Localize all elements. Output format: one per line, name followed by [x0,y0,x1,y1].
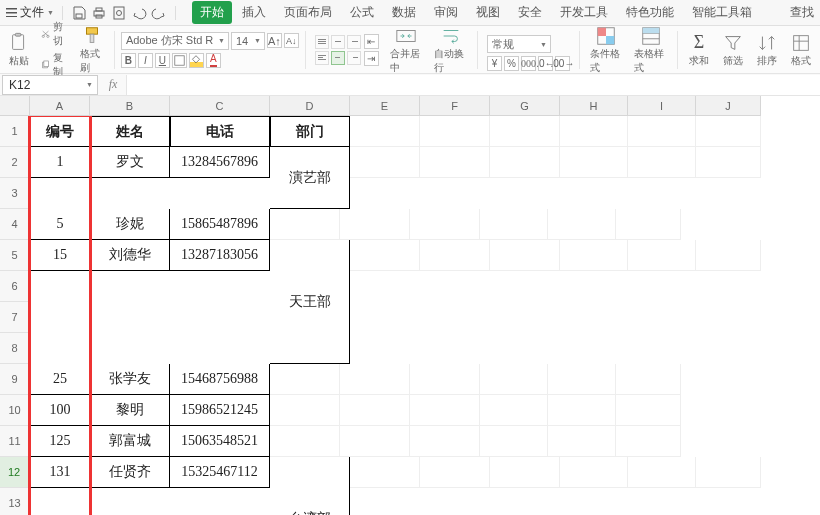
cell[interactable] [616,395,681,426]
border-button[interactable] [172,53,187,68]
cell[interactable] [350,240,420,271]
cell[interactable] [410,426,480,457]
paste-button[interactable]: 粘贴 [4,30,34,70]
ribbon-tab[interactable]: 安全 [510,1,550,24]
cell[interactable] [420,147,490,178]
align-center[interactable] [331,51,345,65]
cell[interactable]: 15468756988 [170,364,270,395]
cell[interactable] [490,147,560,178]
save-icon[interactable] [71,5,87,21]
cell[interactable]: 电话 [170,116,270,147]
font-size-select[interactable]: 14▼ [231,32,265,50]
decrease-font-button[interactable]: A↓ [284,33,299,48]
row-header[interactable]: 5 [0,240,30,271]
cell[interactable] [616,364,681,395]
cell[interactable] [420,457,490,488]
font-name-select[interactable]: Adobe 仿宋 Std R▼ [121,32,229,50]
cell[interactable] [560,116,628,147]
cell[interactable] [628,240,696,271]
cell[interactable]: 部门 [270,116,350,147]
row-header[interactable]: 2 [0,147,30,178]
row-header[interactable]: 10 [0,395,30,426]
print-preview-icon[interactable] [111,5,127,21]
cell[interactable] [628,147,696,178]
format-button[interactable]: 格式 [786,30,816,70]
cell[interactable]: 13287183056 [170,240,270,271]
cell[interactable] [616,426,681,457]
cell[interactable]: 黎明 [90,395,170,426]
row-header[interactable]: 8 [0,333,30,364]
column-header[interactable]: B [90,96,170,115]
cell-grid[interactable]: 编号姓名电话部门1罗文13284567896演艺部5珍妮158654878961… [30,116,761,515]
cell[interactable] [340,209,410,240]
table-style-button[interactable]: 表格样式 [630,23,671,77]
cell[interactable]: 任贤齐 [90,457,170,488]
font-color-button[interactable]: A [206,53,221,68]
cell[interactable] [696,116,761,147]
comma-button[interactable]: 000 [521,56,536,71]
cell[interactable] [480,395,548,426]
cell[interactable] [490,457,560,488]
decrease-indent-button[interactable]: ⇤ [364,34,379,49]
cell[interactable]: 演艺部 [270,147,350,209]
cell[interactable] [490,240,560,271]
cell[interactable] [270,364,340,395]
cell[interactable] [616,209,681,240]
sort-button[interactable]: 排序 [752,30,782,70]
filter-button[interactable]: 筛选 [718,30,748,70]
cell[interactable]: 100 [30,395,90,426]
cell[interactable]: 编号 [30,116,90,147]
cell[interactable]: 15063548521 [170,426,270,457]
cell[interactable] [490,116,560,147]
italic-button[interactable]: I [138,53,153,68]
ribbon-tab[interactable]: 开发工具 [552,1,616,24]
column-header[interactable]: G [490,96,560,115]
cell[interactable]: 15 [30,240,90,271]
cell[interactable] [410,209,480,240]
cell[interactable] [270,209,340,240]
wrap-text-button[interactable]: 自动换行 [430,23,471,77]
cell[interactable] [270,395,340,426]
row-header[interactable]: 4 [0,209,30,240]
row-header[interactable]: 9 [0,364,30,395]
cell[interactable]: 罗文 [90,147,170,178]
fx-icon[interactable]: fx [100,77,126,92]
column-header[interactable]: H [560,96,628,115]
cell[interactable] [420,240,490,271]
ribbon-tab[interactable]: 审阅 [426,1,466,24]
column-header[interactable]: J [696,96,761,115]
cell[interactable] [696,457,761,488]
cell[interactable]: 姓名 [90,116,170,147]
formula-input[interactable] [126,75,820,95]
cell[interactable] [340,395,410,426]
ribbon-tab[interactable]: 页面布局 [276,1,340,24]
cell[interactable]: 125 [30,426,90,457]
cell[interactable]: 5 [30,209,90,240]
redo-icon[interactable] [151,5,167,21]
cell[interactable] [410,395,480,426]
cell[interactable]: 15865487896 [170,209,270,240]
align-top-right[interactable] [347,35,361,49]
percent-button[interactable]: % [504,56,519,71]
ribbon-tab[interactable]: 插入 [234,1,274,24]
cell[interactable] [548,364,616,395]
row-header[interactable]: 11 [0,426,30,457]
decrease-decimal-button[interactable]: .00→ [555,56,570,71]
cell[interactable] [560,240,628,271]
cell[interactable] [560,457,628,488]
row-header[interactable]: 1 [0,116,30,147]
align-right[interactable] [347,51,361,65]
currency-button[interactable]: ¥ [487,56,502,71]
row-header[interactable]: 13 [0,488,30,515]
underline-button[interactable]: U [155,53,170,68]
undo-icon[interactable] [131,5,147,21]
column-header[interactable]: A [30,96,90,115]
cell[interactable]: 13284567896 [170,147,270,178]
column-header[interactable]: D [270,96,350,115]
cell[interactable] [696,240,761,271]
cell[interactable] [350,147,420,178]
ribbon-tab[interactable]: 开始 [192,1,232,24]
cell[interactable]: 25 [30,364,90,395]
cut-button[interactable]: 剪切 [38,19,72,49]
cell[interactable] [628,457,696,488]
